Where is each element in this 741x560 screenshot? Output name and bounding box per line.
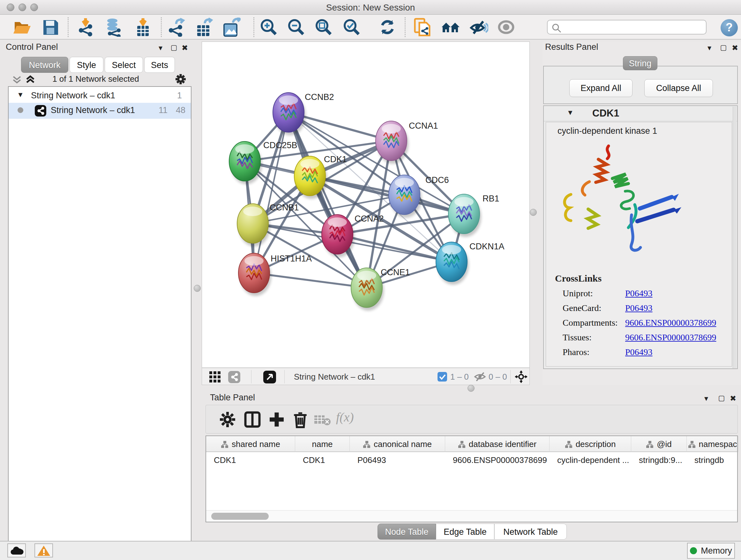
detach-view-icon[interactable] <box>263 371 276 383</box>
tab-string-results[interactable]: String <box>623 56 657 70</box>
crosslink-link[interactable]: P06493 <box>625 347 653 357</box>
network-collection-row[interactable]: ▼ String Network – cdk1 1 <box>9 88 191 104</box>
table-cell[interactable]: cyclin-dependent ... <box>557 455 629 465</box>
cloud-button[interactable] <box>7 543 26 557</box>
toolbar-separator <box>284 370 285 383</box>
column-label: name <box>312 439 333 449</box>
table-cell[interactable]: CDK1 <box>214 455 293 465</box>
import-network-from-database-button[interactable] <box>104 17 123 37</box>
table-row[interactable]: CDK1CDK1P064939606.ENSP00000378699cyclin… <box>206 453 737 467</box>
string-eye-button[interactable] <box>496 17 516 37</box>
gene-header-row[interactable]: ▼ CDK1 <box>544 106 737 121</box>
share-view-icon[interactable] <box>228 371 240 383</box>
save-session-button[interactable] <box>41 17 60 37</box>
add-column-icon[interactable] <box>268 411 286 428</box>
tab-select[interactable]: Select <box>105 57 143 73</box>
tab-style[interactable]: Style <box>70 57 104 73</box>
string-home-button[interactable] <box>441 17 460 37</box>
crosslink-link[interactable]: P06493 <box>625 303 653 313</box>
import-network-button[interactable] <box>77 17 96 37</box>
results-buttons-box: Expand All Collapse All <box>543 66 738 104</box>
collapse-all-button[interactable]: Collapse All <box>644 79 713 97</box>
node-label-RB1: RB1 <box>482 194 499 203</box>
export-table-button[interactable] <box>194 17 213 37</box>
crosslink-link[interactable]: 9606.ENSP00000378699 <box>625 318 716 328</box>
column-header[interactable]: @id <box>631 436 687 452</box>
right-splitter-handle[interactable] <box>530 209 537 216</box>
toolbar-separator <box>510 370 511 383</box>
warning-button[interactable] <box>35 543 53 557</box>
network-node-RB1[interactable]: RB1 <box>448 194 499 237</box>
tab-sets[interactable]: Sets <box>144 57 175 73</box>
close-panel-icon[interactable]: ✖ <box>728 394 738 402</box>
selected-nodes-checkbox-icon[interactable] <box>437 372 447 381</box>
open-file-button[interactable] <box>12 17 31 37</box>
network-node-CCNB2[interactable]: CCNB2 <box>273 92 334 135</box>
float-panel-icon[interactable]: ▢ <box>169 44 179 52</box>
delete-column-icon[interactable] <box>291 411 309 428</box>
close-panel-icon[interactable]: ✖ <box>180 44 190 52</box>
network-node-CDKN1A[interactable]: CDKN1A <box>436 242 504 285</box>
show-columns-icon[interactable] <box>244 411 261 428</box>
network-node-CDC6[interactable]: CDC6 <box>389 175 449 218</box>
crosslink-link[interactable]: 9606.ENSP00000378699 <box>625 332 716 343</box>
network-row-selected[interactable]: String Network – cdk1 11 48 <box>9 103 191 119</box>
network-node-HIST1H1A[interactable]: HIST1H1A <box>239 253 312 296</box>
float-panel-icon[interactable]: ▢ <box>717 394 726 402</box>
tab-node-table[interactable]: Node Table <box>378 523 436 540</box>
help-button[interactable]: ? <box>721 19 738 37</box>
grid-view-icon[interactable] <box>209 371 221 383</box>
tab-edge-table[interactable]: Edge Table <box>436 523 494 540</box>
clone-network-button[interactable] <box>413 17 432 37</box>
string-glasses-button[interactable] <box>469 17 488 37</box>
table-cell[interactable]: stringdb <box>694 455 737 465</box>
left-splitter-handle[interactable] <box>194 285 201 292</box>
zoom-fit-button[interactable] <box>314 17 333 37</box>
tab-network-table[interactable]: Network Table <box>494 523 567 540</box>
column-header[interactable]: namespac <box>687 436 738 452</box>
export-image-button[interactable] <box>221 17 241 37</box>
memory-button[interactable]: Memory <box>687 543 735 559</box>
network-canvas-container[interactable]: CCNB2CCNA1CDC25BCDK1CDC6RB1CCNB1CCNA2CDK… <box>202 42 530 368</box>
cytoscape-window: Session: New Session <box>0 0 741 560</box>
node-label-CDC25B: CDC25B <box>263 140 297 150</box>
collapse-panel-icon[interactable]: ▾ <box>156 44 165 52</box>
import-table-button[interactable] <box>133 17 152 37</box>
table-cell[interactable]: 9606.ENSP00000378699 <box>453 455 548 465</box>
column-header[interactable]: description <box>549 436 631 452</box>
float-panel-icon[interactable]: ▢ <box>719 44 728 52</box>
table-cell[interactable]: stringdb:9... <box>639 455 685 465</box>
expand-all-button[interactable]: Expand All <box>569 79 632 97</box>
collapse-panel-icon[interactable]: ▾ <box>704 44 714 52</box>
collapse-panel-icon[interactable]: ▾ <box>701 394 711 402</box>
tree-expand-icon[interactable]: ▼ <box>17 91 24 99</box>
results-scrollbar[interactable] <box>733 107 737 368</box>
gene-collapse-icon[interactable]: ▼ <box>567 109 574 117</box>
column-header[interactable]: shared name <box>206 436 295 452</box>
table-gear-icon[interactable] <box>219 411 237 428</box>
network-node-CCNE1[interactable]: CCNE1 <box>351 267 410 311</box>
search-input[interactable] <box>564 21 701 33</box>
network-options-gear-icon[interactable] <box>174 73 187 85</box>
memory-status-dot <box>690 547 697 554</box>
birdseye-toggle-icon[interactable] <box>515 370 528 383</box>
bottom-splitter-handle[interactable] <box>468 385 475 392</box>
crosslink-link[interactable]: P06493 <box>625 288 653 299</box>
export-network-button[interactable] <box>166 17 186 37</box>
column-header[interactable]: canonical name <box>350 436 445 452</box>
refresh-button[interactable] <box>378 17 397 37</box>
column-type-icon <box>221 441 228 448</box>
table-cell[interactable]: CDK1 <box>303 455 348 465</box>
column-header[interactable]: database identifier <box>445 436 549 452</box>
scrollbar-thumb[interactable] <box>211 513 269 520</box>
zoom-in-button[interactable] <box>259 17 278 37</box>
column-header[interactable]: name <box>295 436 350 452</box>
network-node-CDC25B[interactable]: CDC25B <box>229 140 297 184</box>
control-panel-title: Control Panel <box>6 42 58 52</box>
table-cell[interactable]: P06493 <box>357 455 443 465</box>
close-panel-icon[interactable]: ✖ <box>730 44 740 52</box>
tab-network[interactable]: Network <box>21 57 68 73</box>
zoom-selected-button[interactable] <box>342 17 361 37</box>
column-label: shared name <box>232 439 280 449</box>
zoom-out-button[interactable] <box>286 17 306 37</box>
